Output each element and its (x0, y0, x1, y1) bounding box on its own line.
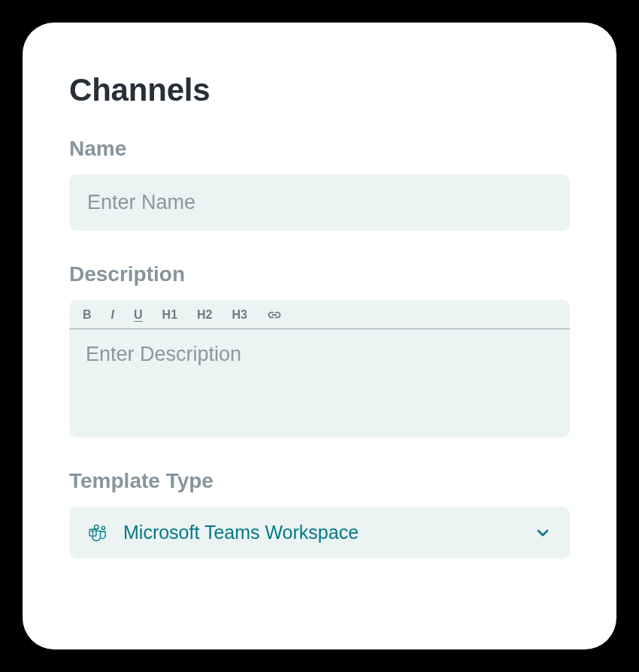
template-type-label: Template Type (69, 469, 570, 493)
underline-button[interactable]: U (132, 307, 144, 322)
name-field-block: Name (69, 137, 570, 231)
description-editor: B I U H1 H2 H3 (69, 300, 570, 437)
h1-button[interactable]: H1 (161, 307, 179, 322)
description-field-block: Description B I U H1 H2 H3 (69, 262, 570, 437)
page-title: Channels (69, 72, 570, 108)
template-type-select[interactable]: Microsoft Teams Workspace (69, 507, 570, 558)
channels-form-card: Channels Name Description B I U H1 H2 H3 (23, 23, 616, 649)
editor-toolbar: B I U H1 H2 H3 (69, 300, 570, 329)
link-icon (267, 310, 282, 320)
chevron-down-icon (534, 524, 552, 542)
description-input[interactable] (69, 329, 570, 434)
link-button[interactable] (265, 308, 283, 322)
description-label: Description (69, 262, 570, 286)
name-input[interactable] (69, 174, 570, 231)
italic-button[interactable]: I (110, 307, 116, 322)
template-type-selected-value: Microsoft Teams Workspace (123, 522, 359, 543)
svg-point-0 (94, 525, 98, 529)
h2-button[interactable]: H2 (195, 307, 214, 322)
svg-point-1 (101, 526, 104, 529)
ms-teams-icon (87, 522, 108, 543)
h3-button[interactable]: H3 (230, 307, 248, 322)
name-label: Name (69, 137, 570, 161)
template-type-field-block: Template Type Microsoft Teams Workspace (69, 469, 570, 558)
select-left: Microsoft Teams Workspace (87, 522, 359, 543)
bold-button[interactable]: B (81, 307, 93, 322)
